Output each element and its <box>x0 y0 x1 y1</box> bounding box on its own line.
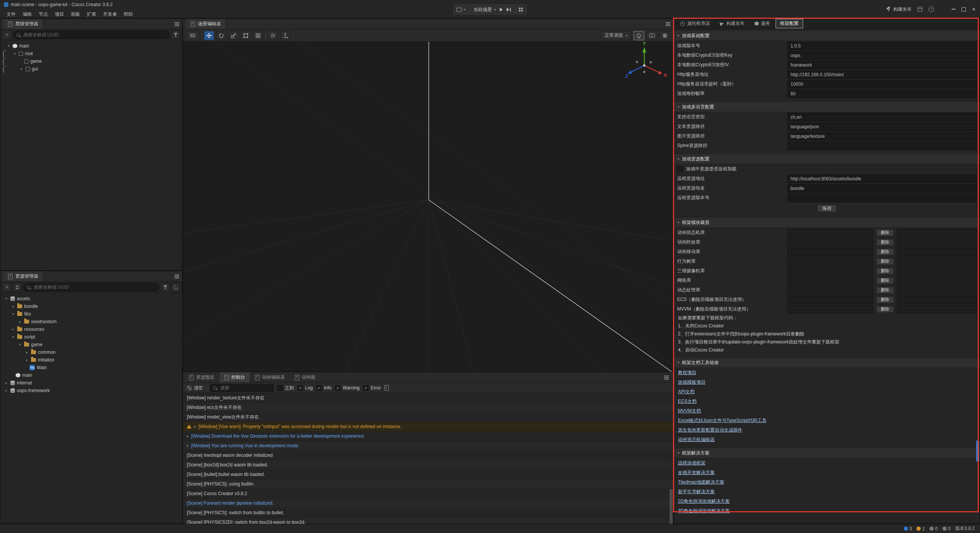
tab-service[interactable]: 服务 <box>750 19 775 28</box>
scene-light-toggle[interactable] <box>634 31 644 40</box>
inspector-scrollbar[interactable] <box>976 440 979 462</box>
doc-link[interactable]: 动画状态机编辑器 <box>678 437 715 443</box>
error-count[interactable]: 0 <box>929 526 938 531</box>
http-server-input[interactable] <box>787 70 977 79</box>
scene-viewport[interactable]: Y X Z <box>183 42 673 373</box>
doc-link[interactable]: 原生包热更新配置自动生成插件 <box>678 427 742 433</box>
tree-item-oops-framework[interactable]: ▸ oops-framework <box>0 387 182 394</box>
scene-settings-button[interactable] <box>660 31 670 40</box>
assets-tab[interactable]: 资源管理器 <box>3 271 43 281</box>
delete-button[interactable]: 删除 <box>876 268 894 275</box>
log-row[interactable]: [Scene] meshopt wasm decoder initialized <box>183 451 673 460</box>
scene-editor-tab[interactable]: 场景编辑器 <box>186 19 226 29</box>
expand-arrow-icon[interactable]: ▸ <box>187 444 189 448</box>
tree-item-game-folder[interactable]: ▾ game <box>0 341 182 348</box>
menu-panel[interactable]: 面板 <box>67 10 83 18</box>
chevron-right-icon[interactable]: ▸ <box>20 67 24 71</box>
assets-search-input[interactable] <box>33 284 156 290</box>
info-count[interactable]: 3 <box>904 526 912 531</box>
tree-item-gui[interactable]: ▸ gui <box>0 65 182 73</box>
layout-grid-icon[interactable] <box>519 8 521 9</box>
texture-path-input[interactable] <box>787 132 977 141</box>
axis-gizmo[interactable]: Y X Z <box>625 42 667 79</box>
tab-build-publish[interactable]: 构建发布 <box>715 19 749 28</box>
clear-console-button[interactable]: 清空 <box>187 385 203 391</box>
solution-link[interactable]: 战棋游戏框架 <box>678 460 706 466</box>
menu-developer[interactable]: 开发者 <box>100 10 120 18</box>
section-module-trim[interactable]: ▾ 框架模块裁剪 <box>674 217 980 228</box>
close-button[interactable]: × <box>972 7 975 11</box>
chevron-down-icon[interactable]: ▾ <box>18 343 22 347</box>
delete-button[interactable]: 删除 <box>876 229 894 236</box>
section-basic-config[interactable]: ▾ 游戏基础配置 <box>674 30 980 41</box>
filter-error-toggle[interactable]: Error <box>363 385 381 391</box>
filter-info-toggle[interactable]: Info <box>316 385 332 391</box>
hierarchy-search[interactable] <box>13 31 170 39</box>
preview-target-dropdown[interactable]: ▾ <box>456 8 466 12</box>
scene-camera-button[interactable] <box>647 31 657 40</box>
log-row[interactable]: [Scene] [bullet]:bullet wasm lib loaded. <box>183 470 673 479</box>
solution-link[interactable]: 全栈开发解决方案 <box>678 469 715 476</box>
tree-item-main-ts[interactable]: TS Main <box>0 364 182 371</box>
remote-bundle-input[interactable] <box>787 184 977 193</box>
log-row[interactable]: [Window] render_texture文件夹不存在 <box>183 393 673 403</box>
remote-version-input[interactable] <box>787 194 977 202</box>
log-checkbox[interactable] <box>297 385 303 391</box>
tree-item-assets[interactable]: ▾ assets <box>0 295 182 302</box>
section-resource-config[interactable]: ▾ 游戏资源配置 <box>674 154 980 164</box>
log-row[interactable]: [Scene] [PHYSICS]: using builtin. <box>183 479 673 489</box>
hierarchy-tab[interactable]: 层级管理器 <box>3 19 43 29</box>
expand-arrow-icon[interactable]: ▸ <box>187 434 189 438</box>
section-solutions[interactable]: ▾ 框架解决方案 <box>674 448 980 458</box>
scene-select-dropdown[interactable]: 当前场景 ▾ <box>474 7 496 13</box>
languages-input[interactable] <box>787 113 977 121</box>
tab-animation-editor[interactable]: 动画编辑器 <box>250 372 289 383</box>
panel-menu-icon[interactable] <box>175 24 179 25</box>
tree-item-libs[interactable]: ▾ libs <box>0 310 182 318</box>
chevron-down-icon[interactable]: ▾ <box>7 44 11 48</box>
build-publish-button[interactable]: 构建发布 <box>886 6 911 13</box>
chevron-right-icon[interactable]: ▸ <box>4 381 8 385</box>
menu-extension[interactable]: 扩展 <box>83 10 100 18</box>
warning-checkbox[interactable] <box>335 385 341 391</box>
filter-warning-toggle[interactable]: Warning <box>335 385 359 391</box>
log-row[interactable]: ▸ [Window] You are running Vue in develo… <box>183 441 673 451</box>
doc-link[interactable]: 游戏模板项目 <box>678 379 706 386</box>
lock-icon[interactable] <box>3 59 4 65</box>
delete-button[interactable]: 删除 <box>876 306 894 313</box>
log-row[interactable]: [Scene] [PHYSICS]: switch from builtin t… <box>183 508 673 518</box>
chevron-down-icon[interactable]: ▾ <box>13 52 17 56</box>
log-row[interactable]: [Window] model_view文件夹不存在 <box>183 412 673 422</box>
doc-link[interactable]: Excel格式转Json文件与TypeScript代码工具 <box>678 417 766 424</box>
section-i18n-config[interactable]: ▾ 游戏多语言配置 <box>674 101 980 112</box>
delete-button[interactable]: 删除 <box>876 277 894 284</box>
tree-item-seedrandom[interactable]: ▸ seedrandom <box>0 318 182 325</box>
menu-node[interactable]: 节点 <box>35 10 51 18</box>
tab-framework-config[interactable]: 框架配置 <box>776 19 803 28</box>
doc-link[interactable]: API文档 <box>678 389 694 395</box>
play-button[interactable] <box>500 8 503 11</box>
tree-item-bundle[interactable]: ▸ bundle <box>0 302 182 310</box>
scale-tool-button[interactable] <box>229 31 238 40</box>
log-list[interactable]: [Window] render_texture文件夹不存在 [Window] e… <box>183 393 673 525</box>
log-file-icon[interactable] <box>384 385 389 391</box>
remote-load-checkbox[interactable] <box>677 166 683 172</box>
regex-toggle[interactable]: 正则 <box>277 385 294 391</box>
spine-path-input[interactable] <box>787 142 977 150</box>
panel-menu-icon[interactable] <box>666 24 670 25</box>
remote-url-input[interactable] <box>787 175 977 183</box>
filter-log-toggle[interactable]: Log <box>297 385 313 391</box>
tree-item-main-scene[interactable]: main <box>0 371 182 379</box>
chevron-right-icon[interactable]: ▸ <box>25 358 29 362</box>
rotate-tool-button[interactable] <box>216 31 226 40</box>
warning-count[interactable]: 1 <box>916 526 925 531</box>
tree-item-initialize[interactable]: ▸ initialize <box>0 356 182 364</box>
log-row[interactable]: [Scene] Cocos Creator v3.8.2 <box>183 489 673 499</box>
doc-link[interactable]: 教程项目 <box>678 370 696 376</box>
hierarchy-filter-button[interactable] <box>172 31 180 39</box>
pivot-toggle-button[interactable] <box>268 31 278 40</box>
add-node-button[interactable]: + <box>3 31 11 39</box>
panel-menu-icon[interactable] <box>175 276 179 277</box>
info-checkbox[interactable] <box>316 385 322 391</box>
crypto-iv-input[interactable] <box>787 61 977 69</box>
